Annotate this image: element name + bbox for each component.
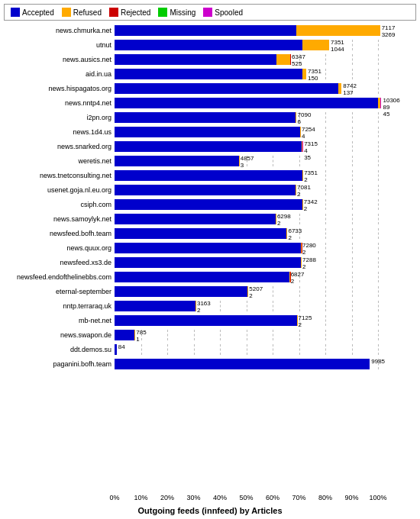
bar-segments (115, 98, 416, 108)
table-row: news.quux.org7280 2 (4, 241, 416, 255)
bar-segment-spooled (302, 141, 303, 152)
x-axis: 0%10%20%30%40%50%60%70%80%90%100% (115, 494, 416, 504)
table-row: csiph.com7342 2 (4, 198, 416, 211)
bar-area: 7288 2 (115, 257, 416, 268)
bar-area: 4857 3 (115, 156, 416, 166)
bar-value-label: 7117 3269 (382, 25, 396, 39)
bar-value-label: 6298 2 (277, 214, 291, 227)
row-label: paganini.bofh.team (4, 360, 115, 368)
row-label: newsfeed.bofh.team (4, 230, 115, 237)
bar-segment-refused (296, 112, 296, 123)
x-axis-label: 40% (213, 494, 227, 501)
bar-segment-refused (297, 315, 298, 326)
row-label: newsfeed.xs3.de (4, 259, 115, 266)
bar-segments (115, 257, 416, 268)
bar-value-label: 7090 6 (298, 112, 312, 126)
row-label: news.swapon.de (4, 331, 115, 339)
bar-segment-accepted (115, 301, 195, 311)
bar-segments (115, 141, 416, 152)
bar-area: 6347 525 (115, 54, 416, 65)
chart-title: Outgoing feeds (innfeed) by Articles (4, 506, 416, 515)
bar-segments (115, 344, 416, 355)
legend-missing: Missing (158, 8, 195, 17)
bar-value-label: 7125 2 (299, 315, 312, 329)
bar-value-label: 7351 1044 (331, 40, 344, 53)
bar-segment-accepted (115, 141, 302, 152)
x-axis-label: 10% (134, 494, 147, 501)
bar-area: 7351 1044 (115, 40, 416, 50)
bar-value-label: 7254 4 (302, 127, 315, 140)
table-row: mb-net.net7125 2 (4, 314, 416, 327)
bar-segment-refused (338, 83, 342, 94)
bar-segment-refused (296, 185, 296, 195)
row-label: news.snarked.org (4, 143, 115, 150)
bar-segment-accepted (115, 286, 247, 297)
bar-segment-accepted (115, 257, 301, 268)
row-label: i2pn.org (4, 114, 115, 121)
table-row: news.swapon.de785 1 (4, 328, 416, 342)
legend-spooled: Spooled (203, 8, 243, 17)
legend-rejected-label: Rejected (121, 8, 150, 17)
row-label: mb-net.net (4, 317, 115, 324)
legend-spooled-label: Spooled (215, 8, 243, 17)
bar-area: 7090 6 (115, 112, 416, 123)
refused-color-box (62, 8, 71, 17)
bar-segments (115, 112, 416, 123)
bar-segment-refused (302, 69, 306, 79)
bar-area: 3163 2 (115, 301, 416, 311)
bar-segment-accepted (115, 54, 276, 65)
bar-segments (115, 156, 416, 166)
bar-segment-refused (239, 156, 240, 166)
legend-refused-label: Refused (73, 8, 102, 17)
bar-segment-accepted (115, 170, 302, 181)
chart-container: Accepted Refused Rejected Missing Spoole… (0, 0, 420, 519)
table-row: news.ausics.net6347 525 (4, 53, 416, 66)
table-row: newsfeed.endofthelinebbs.com6827 2 (4, 270, 416, 284)
bar-segments (115, 170, 416, 181)
bar-segments (115, 40, 416, 50)
bar-segment-accepted (115, 83, 338, 94)
legend-rejected: Rejected (109, 8, 150, 17)
table-row: paganini.bofh.team9985 (4, 357, 416, 371)
x-axis-label: 100% (369, 494, 386, 501)
table-row: news.snarked.org7315 4 35 (4, 140, 416, 153)
legend-accepted: Accepted (11, 8, 54, 17)
bar-segment-refused (247, 286, 248, 297)
bar-area: 10306 89 45 (115, 98, 416, 108)
bar-segment-refused (302, 40, 329, 50)
bar-area: 9985 (115, 359, 416, 369)
bar-area: 6298 2 (115, 214, 416, 224)
bar-segment-refused (286, 228, 287, 239)
bar-segments (115, 286, 416, 297)
bar-area: 7342 2 (115, 199, 416, 210)
bar-segments (115, 214, 416, 224)
bar-segment-refused (302, 199, 303, 210)
table-row: aid.in.ua7351 150 (4, 67, 416, 81)
bar-segment-refused (276, 214, 276, 224)
bar-segment-accepted (115, 69, 302, 79)
table-row: newsfeed.xs3.de7288 2 (4, 256, 416, 269)
bar-value-label: 6347 525 (292, 54, 305, 68)
bar-segment-accepted (115, 127, 300, 137)
bar-segment-accepted (115, 272, 289, 282)
bar-segments (115, 301, 416, 311)
row-label: news.nntp4.net (4, 99, 115, 107)
table-row: newsfeed.bofh.team6733 2 (4, 227, 416, 240)
bar-segment-accepted (115, 25, 296, 36)
table-row: nntp.terraraq.uk3163 2 (4, 299, 416, 313)
bar-value-label: 3163 2 (197, 301, 211, 314)
bar-segment-refused (301, 257, 302, 268)
table-row: eternal-september5207 2 (4, 285, 416, 298)
bar-area: 7280 2 (115, 243, 416, 253)
bar-segments (115, 25, 416, 36)
bar-segment-spooled (380, 98, 382, 108)
bar-segment-accepted (115, 214, 276, 224)
table-row: news.samoylyk.net6298 2 (4, 212, 416, 226)
bar-segment-accepted (115, 185, 296, 195)
bar-segment-accepted (115, 40, 302, 50)
bar-area: 7125 2 (115, 315, 416, 326)
bar-segment-accepted (115, 330, 134, 340)
bar-segments (115, 185, 416, 195)
bar-area: 7351 2 (115, 170, 416, 181)
bar-area: 7351 150 (115, 69, 416, 79)
